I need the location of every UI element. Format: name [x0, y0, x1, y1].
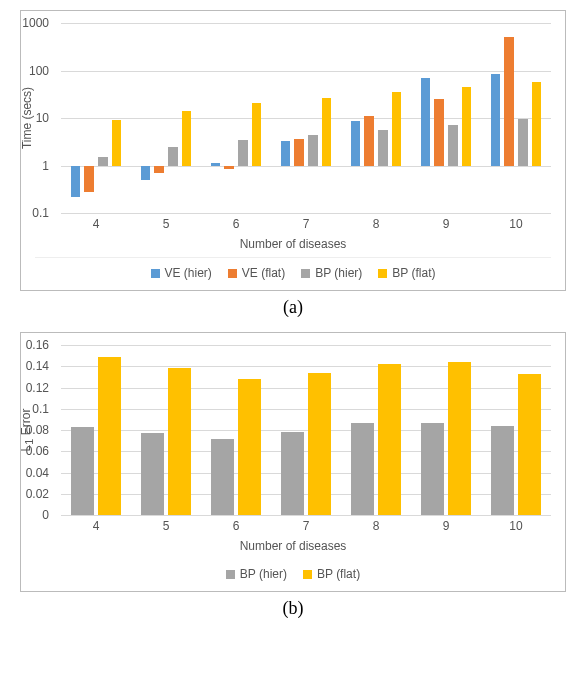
- bar: [112, 120, 121, 166]
- legend-swatch: [226, 570, 235, 579]
- chart-a-legend: VE (hier)VE (flat)BP (hier)BP (flat): [35, 257, 551, 290]
- bar: [168, 147, 177, 165]
- bar: [378, 130, 387, 165]
- legend-label: BP (flat): [392, 266, 435, 280]
- x-tick-label: 5: [163, 217, 170, 231]
- bar: [238, 379, 261, 515]
- bar: [211, 439, 234, 516]
- legend-label: VE (hier): [165, 266, 212, 280]
- chart-a-ylabel: Time (secs): [20, 87, 34, 149]
- bar-group: [201, 23, 271, 213]
- x-tick-label: 6: [233, 217, 240, 231]
- legend-item: BP (hier): [226, 567, 287, 581]
- legend-swatch: [228, 269, 237, 278]
- legend-item: VE (flat): [228, 266, 285, 280]
- bar-group: [61, 23, 131, 213]
- bars-container: [61, 345, 551, 515]
- x-tick-label: 10: [509, 519, 522, 533]
- legend-swatch: [303, 570, 312, 579]
- bar: [421, 78, 430, 166]
- bar: [141, 166, 150, 180]
- bar: [532, 82, 541, 165]
- chart-a-xlabels: 45678910: [61, 217, 551, 233]
- bar: [281, 432, 304, 515]
- bar-group: [271, 345, 341, 515]
- bar-group: [341, 345, 411, 515]
- bar-group: [271, 23, 341, 213]
- legend-item: BP (hier): [301, 266, 362, 280]
- bar-group: [201, 345, 271, 515]
- x-tick-label: 4: [93, 519, 100, 533]
- x-tick-label: 6: [233, 519, 240, 533]
- legend-swatch: [301, 269, 310, 278]
- bar: [211, 163, 220, 166]
- x-tick-label: 8: [373, 217, 380, 231]
- bar: [98, 157, 107, 165]
- bar: [364, 116, 373, 165]
- bar: [168, 368, 191, 515]
- bar-group: [481, 345, 551, 515]
- bar-group: [481, 23, 551, 213]
- bar: [224, 166, 233, 169]
- bar: [71, 427, 94, 515]
- bar: [141, 433, 164, 515]
- chart-b-xlabel: Number of diseases: [21, 539, 565, 553]
- bar: [322, 98, 331, 166]
- x-tick-label: 7: [303, 217, 310, 231]
- chart-a-plot: Time (secs) 0.11101001000: [61, 23, 551, 213]
- bar-group: [131, 345, 201, 515]
- legend-item: BP (flat): [378, 266, 435, 280]
- gridline: [61, 515, 551, 516]
- legend-item: VE (hier): [151, 266, 212, 280]
- bar: [351, 423, 374, 515]
- bar: [462, 87, 471, 166]
- bar: [308, 135, 317, 165]
- bar: [421, 423, 444, 515]
- bar: [294, 139, 303, 165]
- x-tick-label: 10: [509, 217, 522, 231]
- x-tick-label: 8: [373, 519, 380, 533]
- chart-b-legend: BP (hier)BP (flat): [35, 559, 551, 591]
- bar-group: [131, 23, 201, 213]
- bar: [281, 141, 290, 166]
- bar-group: [411, 23, 481, 213]
- legend-label: VE (flat): [242, 266, 285, 280]
- chart-b-plot: L1 Error 00.020.040.060.080.10.120.140.1…: [61, 345, 551, 515]
- bar-group: [61, 345, 131, 515]
- chart-b-panel: L1 Error 00.020.040.060.080.10.120.140.1…: [20, 332, 566, 592]
- bar: [378, 364, 401, 515]
- bar: [71, 166, 80, 197]
- x-tick-label: 4: [93, 217, 100, 231]
- x-tick-label: 5: [163, 519, 170, 533]
- chart-b-xlabels: 45678910: [61, 519, 551, 535]
- legend-label: BP (hier): [315, 266, 362, 280]
- x-tick-label: 9: [443, 217, 450, 231]
- bar: [491, 426, 514, 515]
- caption-a: (a): [0, 297, 586, 318]
- bar: [308, 373, 331, 515]
- bar: [252, 103, 261, 166]
- legend-swatch: [151, 269, 160, 278]
- legend-label: BP (hier): [240, 567, 287, 581]
- bar: [238, 140, 247, 166]
- bar: [491, 74, 500, 166]
- gridline: [61, 213, 551, 214]
- bar: [518, 119, 527, 165]
- bar: [182, 111, 191, 165]
- legend-label: BP (flat): [317, 567, 360, 581]
- chart-a-xlabel: Number of diseases: [21, 237, 565, 251]
- bar: [504, 37, 513, 165]
- x-tick-label: 7: [303, 519, 310, 533]
- bar: [518, 374, 541, 515]
- bar: [154, 166, 163, 173]
- bar: [98, 357, 121, 515]
- legend-item: BP (flat): [303, 567, 360, 581]
- bars-container: [61, 23, 551, 213]
- chart-a-panel: Time (secs) 0.11101001000 45678910 Numbe…: [20, 10, 566, 291]
- legend-swatch: [378, 269, 387, 278]
- bar: [392, 92, 401, 165]
- bar: [448, 362, 471, 515]
- bar-group: [411, 345, 481, 515]
- bar-group: [341, 23, 411, 213]
- x-tick-label: 9: [443, 519, 450, 533]
